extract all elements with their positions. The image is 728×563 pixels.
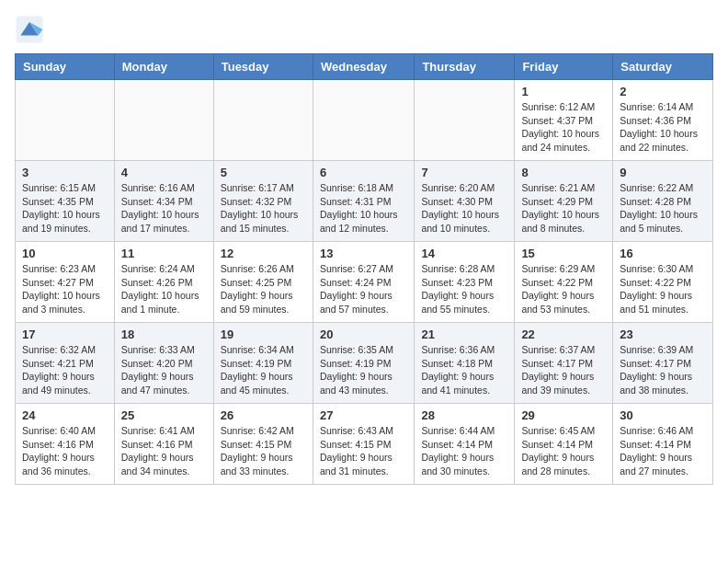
calendar-header: SundayMondayTuesdayWednesdayThursdayFrid… — [16, 54, 713, 80]
day-info: Sunrise: 6:17 AMSunset: 4:32 PMDaylight:… — [221, 181, 306, 236]
day-header-friday: Friday — [515, 54, 613, 80]
calendar-cell: 10Sunrise: 6:23 AMSunset: 4:27 PMDayligh… — [16, 242, 115, 323]
calendar-cell: 18Sunrise: 6:33 AMSunset: 4:20 PMDayligh… — [114, 323, 213, 404]
day-number: 28 — [421, 408, 507, 422]
day-info: Sunrise: 6:33 AMSunset: 4:20 PMDaylight:… — [121, 343, 207, 397]
day-info: Sunrise: 6:35 AMSunset: 4:19 PMDaylight:… — [320, 343, 407, 397]
calendar-cell — [114, 80, 213, 161]
day-number: 1 — [521, 85, 606, 98]
day-number: 26 — [221, 408, 306, 422]
calendar-cell: 24Sunrise: 6:40 AMSunset: 4:16 PMDayligh… — [16, 404, 115, 485]
day-number: 13 — [320, 247, 407, 260]
calendar-week-3: 10Sunrise: 6:23 AMSunset: 4:27 PMDayligh… — [16, 242, 713, 323]
page-header — [15, 15, 713, 44]
calendar-week-5: 24Sunrise: 6:40 AMSunset: 4:16 PMDayligh… — [16, 404, 713, 485]
day-info: Sunrise: 6:40 AMSunset: 4:16 PMDaylight:… — [22, 424, 108, 478]
day-number: 8 — [521, 166, 606, 179]
day-info: Sunrise: 6:32 AMSunset: 4:21 PMDaylight:… — [22, 343, 108, 397]
day-number: 6 — [320, 166, 407, 179]
day-number: 7 — [421, 166, 507, 179]
day-number: 4 — [121, 166, 207, 179]
day-header-sunday: Sunday — [16, 54, 115, 80]
day-number: 12 — [221, 247, 306, 260]
day-number: 30 — [620, 408, 706, 422]
calendar-cell — [16, 80, 115, 161]
calendar-cell: 3Sunrise: 6:15 AMSunset: 4:35 PMDaylight… — [16, 161, 115, 242]
day-info: Sunrise: 6:16 AMSunset: 4:34 PMDaylight:… — [121, 181, 207, 236]
calendar-cell: 20Sunrise: 6:35 AMSunset: 4:19 PMDayligh… — [313, 323, 414, 404]
calendar-cell: 4Sunrise: 6:16 AMSunset: 4:34 PMDaylight… — [114, 161, 213, 242]
calendar-cell: 6Sunrise: 6:18 AMSunset: 4:31 PMDaylight… — [313, 161, 414, 242]
day-header-monday: Monday — [114, 54, 213, 80]
calendar-cell: 5Sunrise: 6:17 AMSunset: 4:32 PMDaylight… — [213, 161, 313, 242]
day-number: 29 — [521, 408, 606, 422]
day-number: 15 — [521, 247, 606, 260]
calendar-cell: 23Sunrise: 6:39 AMSunset: 4:17 PMDayligh… — [613, 323, 713, 404]
calendar-cell: 11Sunrise: 6:24 AMSunset: 4:26 PMDayligh… — [114, 242, 213, 323]
day-info: Sunrise: 6:42 AMSunset: 4:15 PMDaylight:… — [221, 424, 306, 478]
day-number: 23 — [620, 327, 706, 341]
calendar-cell: 21Sunrise: 6:36 AMSunset: 4:18 PMDayligh… — [415, 323, 515, 404]
calendar-cell: 28Sunrise: 6:44 AMSunset: 4:14 PMDayligh… — [415, 404, 515, 485]
calendar-week-2: 3Sunrise: 6:15 AMSunset: 4:35 PMDaylight… — [16, 161, 713, 242]
day-info: Sunrise: 6:36 AMSunset: 4:18 PMDaylight:… — [421, 343, 507, 397]
day-number: 14 — [421, 247, 507, 260]
day-number: 10 — [22, 247, 108, 260]
calendar-week-4: 17Sunrise: 6:32 AMSunset: 4:21 PMDayligh… — [16, 323, 713, 404]
calendar-cell: 17Sunrise: 6:32 AMSunset: 4:21 PMDayligh… — [16, 323, 115, 404]
calendar-cell: 9Sunrise: 6:22 AMSunset: 4:28 PMDaylight… — [613, 161, 713, 242]
day-info: Sunrise: 6:12 AMSunset: 4:37 PMDaylight:… — [521, 100, 606, 155]
calendar-cell: 27Sunrise: 6:43 AMSunset: 4:15 PMDayligh… — [313, 404, 414, 485]
day-info: Sunrise: 6:46 AMSunset: 4:14 PMDaylight:… — [620, 424, 706, 478]
day-info: Sunrise: 6:29 AMSunset: 4:22 PMDaylight:… — [521, 262, 606, 316]
calendar-table: SundayMondayTuesdayWednesdayThursdayFrid… — [15, 53, 713, 485]
day-number: 27 — [320, 408, 407, 422]
day-info: Sunrise: 6:21 AMSunset: 4:29 PMDaylight:… — [521, 181, 606, 236]
calendar-cell — [313, 80, 414, 161]
day-info: Sunrise: 6:18 AMSunset: 4:31 PMDaylight:… — [320, 181, 407, 236]
day-number: 24 — [22, 408, 108, 422]
calendar-cell: 8Sunrise: 6:21 AMSunset: 4:29 PMDaylight… — [515, 161, 613, 242]
day-info: Sunrise: 6:14 AMSunset: 4:36 PMDaylight:… — [620, 100, 706, 155]
day-info: Sunrise: 6:45 AMSunset: 4:14 PMDaylight:… — [521, 424, 606, 478]
day-info: Sunrise: 6:23 AMSunset: 4:27 PMDaylight:… — [22, 262, 108, 316]
calendar-cell: 26Sunrise: 6:42 AMSunset: 4:15 PMDayligh… — [213, 404, 313, 485]
day-info: Sunrise: 6:44 AMSunset: 4:14 PMDaylight:… — [421, 424, 507, 478]
day-number: 18 — [121, 327, 207, 341]
day-info: Sunrise: 6:30 AMSunset: 4:22 PMDaylight:… — [620, 262, 706, 316]
calendar-cell: 19Sunrise: 6:34 AMSunset: 4:19 PMDayligh… — [213, 323, 313, 404]
day-info: Sunrise: 6:39 AMSunset: 4:17 PMDaylight:… — [620, 343, 706, 397]
calendar-cell: 15Sunrise: 6:29 AMSunset: 4:22 PMDayligh… — [515, 242, 613, 323]
day-info: Sunrise: 6:15 AMSunset: 4:35 PMDaylight:… — [22, 181, 108, 236]
calendar-cell: 2Sunrise: 6:14 AMSunset: 4:36 PMDaylight… — [613, 80, 713, 161]
day-info: Sunrise: 6:27 AMSunset: 4:24 PMDaylight:… — [320, 262, 407, 316]
day-header-saturday: Saturday — [613, 54, 713, 80]
calendar-cell: 1Sunrise: 6:12 AMSunset: 4:37 PMDaylight… — [515, 80, 613, 161]
day-info: Sunrise: 6:20 AMSunset: 4:30 PMDaylight:… — [421, 181, 507, 236]
calendar-cell: 25Sunrise: 6:41 AMSunset: 4:16 PMDayligh… — [114, 404, 213, 485]
day-number: 2 — [620, 85, 706, 98]
calendar-cell — [415, 80, 515, 161]
day-number: 21 — [421, 327, 507, 341]
calendar-cell: 22Sunrise: 6:37 AMSunset: 4:17 PMDayligh… — [515, 323, 613, 404]
calendar-cell: 30Sunrise: 6:46 AMSunset: 4:14 PMDayligh… — [613, 404, 713, 485]
calendar-cell: 29Sunrise: 6:45 AMSunset: 4:14 PMDayligh… — [515, 404, 613, 485]
header-row: SundayMondayTuesdayWednesdayThursdayFrid… — [16, 54, 713, 80]
calendar-cell: 16Sunrise: 6:30 AMSunset: 4:22 PMDayligh… — [613, 242, 713, 323]
day-header-wednesday: Wednesday — [313, 54, 414, 80]
day-number: 22 — [521, 327, 606, 341]
day-info: Sunrise: 6:34 AMSunset: 4:19 PMDaylight:… — [221, 343, 306, 397]
day-info: Sunrise: 6:22 AMSunset: 4:28 PMDaylight:… — [620, 181, 706, 236]
day-number: 9 — [620, 166, 706, 179]
day-number: 11 — [121, 247, 207, 260]
calendar-cell: 13Sunrise: 6:27 AMSunset: 4:24 PMDayligh… — [313, 242, 414, 323]
day-info: Sunrise: 6:28 AMSunset: 4:23 PMDaylight:… — [421, 262, 507, 316]
day-number: 3 — [22, 166, 108, 179]
day-number: 17 — [22, 327, 108, 341]
day-number: 5 — [221, 166, 306, 179]
calendar-cell — [213, 80, 313, 161]
calendar-cell: 7Sunrise: 6:20 AMSunset: 4:30 PMDaylight… — [415, 161, 515, 242]
day-number: 16 — [620, 247, 706, 260]
calendar-week-1: 1Sunrise: 6:12 AMSunset: 4:37 PMDaylight… — [16, 80, 713, 161]
day-info: Sunrise: 6:24 AMSunset: 4:26 PMDaylight:… — [121, 262, 207, 316]
